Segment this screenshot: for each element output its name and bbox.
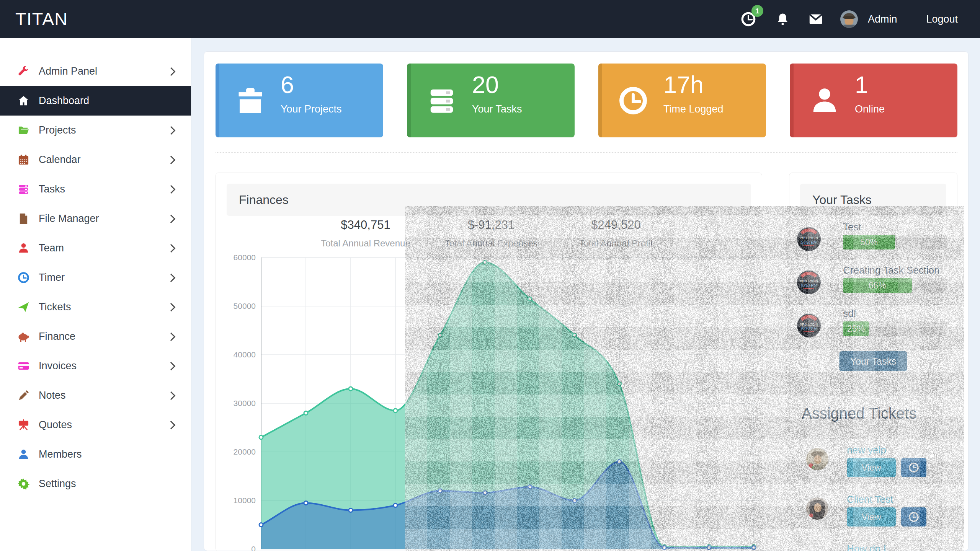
stat-card-your-tasks: 20Your Tasks — [407, 64, 575, 137]
svg-text:40000: 40000 — [234, 350, 256, 359]
ticket-avatar-man-hat — [806, 448, 828, 470]
finance-stat-total-annual-expenses: $-91,231Total Annual Expenses — [418, 218, 564, 249]
sidebar-item-dashboard[interactable]: Dashboard — [0, 86, 191, 116]
ticket-name-link[interactable]: How do I... — [847, 543, 894, 551]
credit-card-icon — [18, 360, 29, 372]
chevron-right-icon — [167, 303, 176, 311]
file-icon — [18, 213, 29, 225]
task-name: Test — [843, 221, 861, 233]
pro-login-system-avatar: PRO LOGIN SYSTEM — [797, 271, 821, 294]
stack-icon — [427, 86, 457, 116]
chevron-right-icon — [167, 155, 176, 164]
sidebar-item-label: Tasks — [39, 183, 65, 195]
view-ticket-button[interactable]: View — [847, 507, 896, 527]
sidebar-item-quotes[interactable]: Quotes — [0, 410, 191, 440]
sidebar-item-label: Quotes — [39, 419, 72, 431]
sidebar-item-calendar[interactable]: Calendar — [0, 145, 191, 174]
chevron-right-icon — [167, 244, 176, 253]
admin-link[interactable]: Admin — [868, 13, 897, 25]
sidebar-item-invoices[interactable]: Invoices — [0, 351, 191, 381]
sidebar-item-settings[interactable]: Settings — [0, 469, 191, 499]
brand-logo[interactable]: TITAN — [15, 0, 68, 38]
logout-link[interactable]: Logout — [926, 13, 958, 25]
sidebar-item-file-manager[interactable]: File Manager — [0, 204, 191, 233]
sidebar: Admin PanelDashboardProjectsCalendarTask… — [0, 38, 191, 551]
clock-icon — [618, 86, 648, 116]
user-avatar[interactable] — [840, 10, 858, 28]
task-progress-label: 50% — [860, 237, 878, 248]
send-icon — [18, 301, 29, 313]
card-edge — [407, 64, 411, 137]
ticket-name-link[interactable]: Client Test — [847, 494, 893, 505]
avatar-photo — [840, 10, 858, 28]
task-progress-label: 66% — [869, 280, 886, 291]
stat-card-label: Time Logged — [663, 103, 724, 115]
sidebar-item-label: Settings — [39, 478, 76, 490]
navbar-right-cluster: 1 — [740, 0, 958, 38]
sidebar-item-finance[interactable]: Finance — [0, 322, 191, 351]
assigned-tickets-title: Assigned Tickets — [802, 405, 916, 422]
piggy-icon — [18, 331, 29, 342]
chevron-right-icon — [167, 332, 176, 341]
sidebar-item-label: Team — [39, 242, 64, 254]
task-row-creating-task-section[interactable]: PRO LOGIN SYSTEM Creating Task Section 6… — [789, 261, 957, 304]
sidebar-item-timer[interactable]: Timer — [0, 263, 191, 292]
sidebar-item-tickets[interactable]: Tickets — [0, 292, 191, 322]
chevron-right-icon — [167, 185, 176, 194]
task-row-sdf[interactable]: PRO LOGIN SYSTEM sdf 25% — [789, 304, 957, 347]
finance-stat-total-annual-revenue: $340,751Total Annual Revenue — [293, 218, 438, 249]
sidebar-item-label: File Manager — [39, 213, 99, 225]
svg-text:SYSTEM: SYSTEM — [801, 240, 817, 245]
task-name: sdf — [843, 308, 856, 320]
finance-stat-total-annual-profit: $249,520Total Annual Profit — [543, 218, 689, 249]
task-row-test[interactable]: PRO LOGIN SYSTEM Test 50% — [789, 218, 957, 261]
chevron-right-icon — [167, 391, 176, 400]
finances-area-chart: 0100002000030000400005000060000 — [216, 249, 763, 551]
pro-login-system-avatar: PRO LOGIN SYSTEM — [797, 227, 821, 251]
task-progress-fill: 25% — [843, 321, 869, 336]
sidebar-item-admin-panel[interactable]: Admin Panel — [0, 57, 191, 86]
ticket-timer-button[interactable] — [901, 458, 926, 477]
calendar-icon — [18, 154, 29, 166]
sidebar-item-label: Members — [39, 448, 82, 460]
task-progress-fill: 66% — [843, 278, 912, 293]
cards-divider — [216, 152, 957, 153]
stat-card-label: Your Tasks — [472, 103, 522, 115]
svg-text:SYSTEM: SYSTEM — [801, 327, 817, 331]
sidebar-item-label: Admin Panel — [39, 65, 97, 77]
notifications-button[interactable] — [776, 12, 790, 26]
easel-icon — [18, 419, 29, 431]
user-icon — [810, 86, 840, 116]
chevron-right-icon — [167, 421, 176, 429]
stat-card-value: 17h — [663, 73, 704, 97]
svg-text:50000: 50000 — [234, 302, 256, 310]
member-icon — [18, 448, 29, 460]
stat-card-value: 6 — [281, 73, 294, 97]
sidebar-item-notes[interactable]: Notes — [0, 381, 191, 410]
your-tasks-button[interactable]: Your Tasks — [840, 351, 907, 371]
finances-title: Finances — [239, 193, 289, 207]
navbar: TITAN 1 — [0, 0, 980, 38]
card-edge — [216, 64, 219, 137]
ticket-name-link[interactable]: new yelp — [847, 444, 886, 456]
chevron-right-icon — [167, 126, 176, 135]
sidebar-item-label: Timer — [39, 272, 65, 284]
ticket-timer-button[interactable] — [901, 507, 926, 527]
bell-icon — [776, 12, 790, 26]
view-ticket-button[interactable]: View — [847, 458, 896, 477]
briefcase-icon — [235, 86, 265, 116]
messages-button[interactable] — [808, 11, 823, 27]
sidebar-item-team[interactable]: Team — [0, 233, 191, 263]
timer-menu-button[interactable]: 1 — [740, 11, 756, 27]
sidebar-item-projects[interactable]: Projects — [0, 116, 191, 145]
chevron-right-icon — [167, 273, 176, 282]
clock-icon — [18, 272, 29, 284]
sidebar-item-tasks[interactable]: Tasks — [0, 174, 191, 204]
wrench-icon — [18, 65, 29, 77]
folder-icon — [18, 124, 29, 136]
pro-login-system-avatar: PRO LOGIN SYSTEM — [797, 314, 821, 337]
chevron-right-icon — [167, 67, 176, 76]
finance-stat-value: $-91,231 — [418, 218, 564, 232]
sidebar-item-members[interactable]: Members — [0, 440, 191, 469]
ticket-row-client-test: Client TestView — [789, 491, 957, 540]
